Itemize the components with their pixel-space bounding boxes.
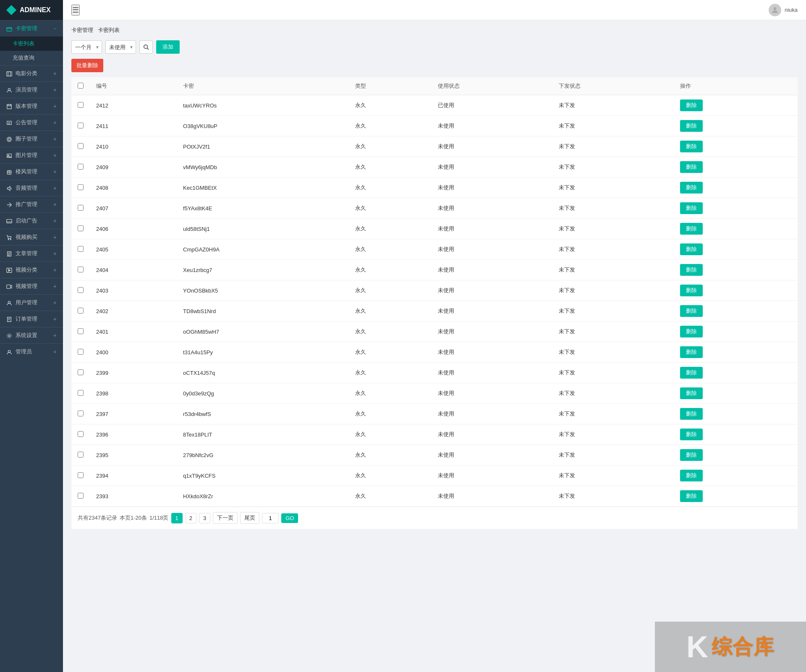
delete-button-15[interactable]: 删除 <box>680 408 703 420</box>
sidebar-item-article[interactable]: 文章管理 + <box>0 246 63 261</box>
row-checkbox-13[interactable] <box>78 369 84 375</box>
row-checkbox-10[interactable] <box>78 308 84 314</box>
sidebar-item-ad[interactable]: 启动广告 + <box>0 213 63 229</box>
table-row: 2402 TD8wbS1Nrd 永久 未使用 未下发 删除 <box>71 301 798 322</box>
delete-button-14[interactable]: 删除 <box>680 387 703 399</box>
row-checkbox-2[interactable] <box>78 143 84 149</box>
sidebar-item-movie-category[interactable]: 电影分类 + <box>0 65 63 81</box>
sidebar-item-card-list[interactable]: 卡密列表 <box>0 37 63 51</box>
delete-button-12[interactable]: 删除 <box>680 346 703 358</box>
search-button[interactable] <box>139 40 153 54</box>
delete-button-5[interactable]: 删除 <box>680 202 703 214</box>
table-row: 2399 oCTX14J57q 永久 未使用 未下发 删除 <box>71 363 798 383</box>
next-page-button[interactable]: 下一页 <box>213 512 238 524</box>
row-checkbox-cell <box>71 95 90 116</box>
sidebar-item-version[interactable]: 版本管理 + <box>0 98 63 114</box>
sidebar-item-admin[interactable]: 管理员 + <box>0 344 63 360</box>
last-page-button[interactable]: 尾页 <box>240 512 259 524</box>
delete-button-13[interactable]: 删除 <box>680 367 703 379</box>
svg-point-30 <box>8 350 10 352</box>
delete-button-18[interactable]: 删除 <box>680 470 703 481</box>
sidebar-item-user[interactable]: 用户管理 + <box>0 295 63 311</box>
hamburger-button[interactable]: ☰ <box>71 5 80 16</box>
row-type: 永久 <box>349 342 432 363</box>
row-card: O38gVKU8uP <box>177 116 349 136</box>
sidebar-item-settings[interactable]: 系统设置 + <box>0 327 63 343</box>
batch-delete-button[interactable]: 批量删除 <box>71 59 103 72</box>
row-checkbox-18[interactable] <box>78 472 84 478</box>
row-checkbox-19[interactable] <box>78 493 84 499</box>
page-1-button[interactable]: 1 <box>171 513 183 523</box>
row-checkbox-5[interactable] <box>78 205 84 211</box>
sidebar-item-video-cat[interactable]: 视频分类 + <box>0 262 63 278</box>
section-article: 文章管理 + <box>0 245 63 261</box>
sidebar-item-video[interactable]: 视频管理 + <box>0 278 63 294</box>
row-checkbox-3[interactable] <box>78 164 84 170</box>
row-card: q1xT9yKCFS <box>177 465 349 486</box>
row-checkbox-17[interactable] <box>78 452 84 458</box>
delete-button-4[interactable]: 删除 <box>680 182 703 193</box>
delete-button-17[interactable]: 删除 <box>680 449 703 461</box>
row-send-status: 未下发 <box>552 445 673 465</box>
row-checkbox-6[interactable] <box>78 225 84 231</box>
select-all-checkbox[interactable] <box>78 83 84 89</box>
sidebar-item-recharge[interactable]: 充值查询 <box>0 51 63 65</box>
row-checkbox-cell <box>71 445 90 465</box>
table-row: 2403 YOnOSBkbX5 永久 未使用 未下发 删除 <box>71 280 798 301</box>
sidebar-item-promote[interactable]: 推广管理 + <box>0 196 63 212</box>
sidebar-item-buy[interactable]: 视频购买 + <box>0 229 63 245</box>
period-select[interactable]: 一个月 三个月 半年 一年 <box>71 40 102 54</box>
row-checkbox-9[interactable] <box>78 287 84 293</box>
delete-button-10[interactable]: 删除 <box>680 305 703 317</box>
delete-button-1[interactable]: 删除 <box>680 120 703 132</box>
sidebar-item-actor[interactable]: 演员管理 + <box>0 82 63 98</box>
row-checkbox-7[interactable] <box>78 246 84 252</box>
page-jump-input[interactable] <box>262 513 279 523</box>
sidebar-item-card-management[interactable]: 卡密管理 − <box>0 21 63 37</box>
delete-button-6[interactable]: 删除 <box>680 223 703 235</box>
row-checkbox-16[interactable] <box>78 431 84 437</box>
go-button[interactable]: GO <box>281 513 298 523</box>
delete-button-16[interactable]: 删除 <box>680 429 703 440</box>
table-row: 2409 vMWy6jqMDb 永久 未使用 未下发 删除 <box>71 157 798 178</box>
delete-button-19[interactable]: 删除 <box>680 490 703 502</box>
sidebar-item-audio[interactable]: 音频管理 + <box>0 180 63 196</box>
delete-button-9[interactable]: 删除 <box>680 285 703 296</box>
sidebar-item-circle[interactable]: 圈子管理 + <box>0 131 63 147</box>
row-send-status: 未下发 <box>552 322 673 342</box>
row-checkbox-11[interactable] <box>78 328 84 334</box>
status-select[interactable]: 未使用 已使用 <box>105 40 136 54</box>
delete-button-11[interactable]: 删除 <box>680 326 703 337</box>
row-use-status: 未使用 <box>432 322 552 342</box>
table-row: 2411 O38gVKU8uP 永久 未使用 未下发 删除 <box>71 116 798 136</box>
row-checkbox-1[interactable] <box>78 123 84 128</box>
page-3-button[interactable]: 3 <box>199 513 210 523</box>
row-checkbox-cell <box>71 301 90 322</box>
svg-rect-6 <box>7 104 12 109</box>
row-checkbox-8[interactable] <box>78 267 84 272</box>
delete-button-2[interactable]: 删除 <box>680 141 703 152</box>
sidebar-item-order[interactable]: 订单管理 + <box>0 311 63 327</box>
add-button[interactable]: 添加 <box>156 40 180 54</box>
row-checkbox-15[interactable] <box>78 411 84 416</box>
row-checkbox-14[interactable] <box>78 390 84 396</box>
delete-button-3[interactable]: 删除 <box>680 161 703 173</box>
sidebar-item-image[interactable]: 图片管理 + <box>0 147 63 163</box>
row-type: 永久 <box>349 383 432 404</box>
row-checkbox-4[interactable] <box>78 184 84 190</box>
section-version: 版本管理 + <box>0 98 63 114</box>
sidebar-item-notice[interactable]: 公告管理 + <box>0 115 63 131</box>
page-2-button[interactable]: 2 <box>185 513 196 523</box>
section-settings: 系统设置 + <box>0 327 63 343</box>
row-checkbox-cell <box>71 116 90 136</box>
svg-point-19 <box>8 239 9 240</box>
logo-icon <box>6 5 16 15</box>
delete-button-8[interactable]: 删除 <box>680 264 703 276</box>
delete-button-7[interactable]: 删除 <box>680 243 703 255</box>
delete-button-0[interactable]: 删除 <box>680 99 703 111</box>
row-checkbox-12[interactable] <box>78 349 84 355</box>
row-checkbox-0[interactable] <box>78 102 84 108</box>
sidebar-item-loufeng[interactable]: 楼风管理 + <box>0 164 63 180</box>
pagination: 共有2347条记录 本页1-20条 1/118页 1 2 3 下一页 尾页 GO <box>71 507 798 529</box>
row-type: 永久 <box>349 424 432 445</box>
